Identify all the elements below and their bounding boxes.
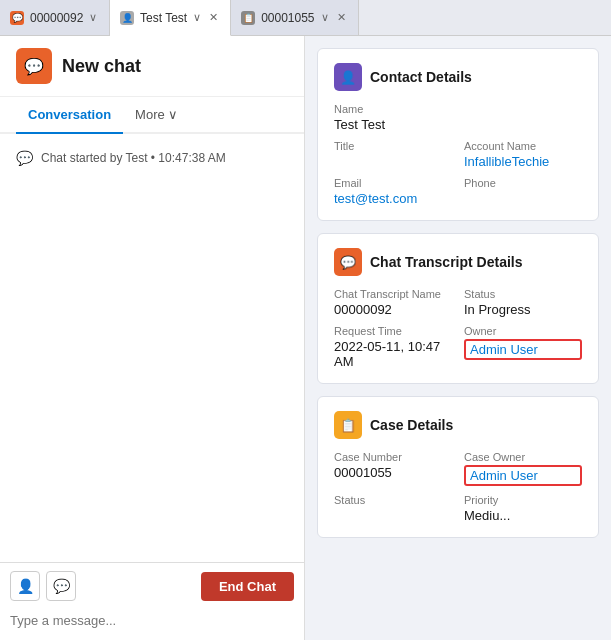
chat-header-title: New chat (62, 56, 141, 77)
tab3-icon: 📋 (241, 11, 255, 25)
case-fields: Case Number 00001055 Case Owner Admin Us… (334, 451, 582, 523)
transcript-name-value: 00000092 (334, 302, 452, 317)
transcript-status-field: Status In Progress (464, 288, 582, 317)
contact-account-label: Account Name (464, 140, 582, 152)
transcript-request-time-value: 2022-05-11, 10:47 AM (334, 339, 452, 369)
tab-bar: 💬 00000092 ∨ 👤 Test Test ∨ ✕ 📋 00001055 … (0, 0, 611, 36)
case-number-label: Case Number (334, 451, 452, 463)
end-chat-button[interactable]: End Chat (201, 572, 294, 601)
case-owner-value[interactable]: Admin User (464, 465, 582, 486)
tab-00000092[interactable]: 💬 00000092 ∨ (0, 0, 110, 35)
left-panel: 💬 New chat Conversation More ∨ 💬 Chat st… (0, 36, 305, 640)
message-input[interactable] (10, 609, 294, 632)
case-details-card: 📋 Case Details Case Number 00001055 Case… (317, 396, 599, 538)
contact-name-value: Test Test (334, 117, 582, 132)
case-status-label: Status (334, 494, 452, 506)
case-owner-field: Case Owner Admin User (464, 451, 582, 486)
chat-header-icon: 💬 (16, 48, 52, 84)
chat-transcript-card: 💬 Chat Transcript Details Chat Transcrip… (317, 233, 599, 384)
transcript-owner-label: Owner (464, 325, 582, 337)
nav-tabs: Conversation More ∨ (0, 97, 304, 134)
case-card-header: 📋 Case Details (334, 411, 582, 439)
contact-details-card: 👤 Contact Details Name Test Test Title A… (317, 48, 599, 221)
chat-header: 💬 New chat (0, 36, 304, 97)
contact-phone-label: Phone (464, 177, 582, 189)
tab-test-test[interactable]: 👤 Test Test ∨ ✕ (110, 0, 231, 36)
chat-action-bar: 👤 💬 End Chat (10, 571, 294, 601)
contact-card-header: 👤 Contact Details (334, 63, 582, 91)
contact-title-label: Title (334, 140, 452, 152)
tab3-chevron-icon[interactable]: ∨ (321, 11, 329, 24)
transcript-name-field: Chat Transcript Name 00000092 (334, 288, 452, 317)
contact-account-field: Account Name InfallibleTechie (464, 140, 582, 169)
contact-name-label: Name (334, 103, 582, 115)
case-priority-label: Priority (464, 494, 582, 506)
contact-account-value[interactable]: InfallibleTechie (464, 154, 582, 169)
transcript-request-time-field: Request Time 2022-05-11, 10:47 AM (334, 325, 452, 369)
tab2-label: Test Test (140, 11, 187, 25)
contact-card-title: Contact Details (370, 69, 472, 85)
tab-more[interactable]: More ∨ (123, 97, 190, 134)
case-priority-field: Priority Mediu... (464, 494, 582, 523)
chat-area: 💬 Chat started by Test • 10:47:38 AM (0, 134, 304, 562)
contact-phone-field: Phone (464, 177, 582, 206)
contact-email-field: Email test@test.com (334, 177, 452, 206)
contact-email-value[interactable]: test@test.com (334, 191, 452, 206)
tab2-icon: 👤 (120, 11, 134, 25)
tab-conversation[interactable]: Conversation (16, 97, 123, 134)
chat-system-message: 💬 Chat started by Test • 10:47:38 AM (16, 150, 288, 166)
system-msg-text: Chat started by Test • 10:47:38 AM (41, 151, 226, 165)
transcript-card-title: Chat Transcript Details (370, 254, 523, 270)
contact-title-field: Title (334, 140, 452, 169)
contact-card-icon: 👤 (334, 63, 362, 91)
system-msg-icon: 💬 (16, 150, 33, 166)
case-number-value: 00001055 (334, 465, 452, 480)
contact-fields: Name Test Test Title Account Name Infall… (334, 103, 582, 206)
case-owner-label: Case Owner (464, 451, 582, 463)
attach-button[interactable]: 👤 (10, 571, 40, 601)
transcript-request-time-label: Request Time (334, 325, 452, 337)
transcript-status-value: In Progress (464, 302, 582, 317)
transcript-owner-field: Owner Admin User (464, 325, 582, 369)
tab2-close-icon[interactable]: ✕ (207, 11, 220, 24)
tab3-close-icon[interactable]: ✕ (335, 11, 348, 24)
transcript-name-label: Chat Transcript Name (334, 288, 452, 300)
more-chevron-icon: ∨ (168, 107, 178, 122)
case-status-field: Status (334, 494, 452, 523)
transcript-card-header: 💬 Chat Transcript Details (334, 248, 582, 276)
case-priority-value: Mediu... (464, 508, 582, 523)
case-card-icon: 📋 (334, 411, 362, 439)
right-panel: 👤 Contact Details Name Test Test Title A… (305, 36, 611, 640)
transcript-owner-value[interactable]: Admin User (464, 339, 582, 360)
case-card-title: Case Details (370, 417, 453, 433)
tab3-label: 00001055 (261, 11, 314, 25)
transcript-card-icon: 💬 (334, 248, 362, 276)
main-content: 💬 New chat Conversation More ∨ 💬 Chat st… (0, 36, 611, 640)
transcript-status-label: Status (464, 288, 582, 300)
tab1-label: 00000092 (30, 11, 83, 25)
case-number-field: Case Number 00001055 (334, 451, 452, 486)
tab2-chevron-icon[interactable]: ∨ (193, 11, 201, 24)
tab1-chevron-icon[interactable]: ∨ (89, 11, 97, 24)
contact-name-field: Name Test Test (334, 103, 582, 132)
chat-bottom: 👤 💬 End Chat (0, 562, 304, 640)
contact-email-label: Email (334, 177, 452, 189)
tab1-icon: 💬 (10, 11, 24, 25)
emoji-button[interactable]: 💬 (46, 571, 76, 601)
tab-00001055[interactable]: 📋 00001055 ∨ ✕ (231, 0, 358, 35)
transcript-fields: Chat Transcript Name 00000092 Status In … (334, 288, 582, 369)
